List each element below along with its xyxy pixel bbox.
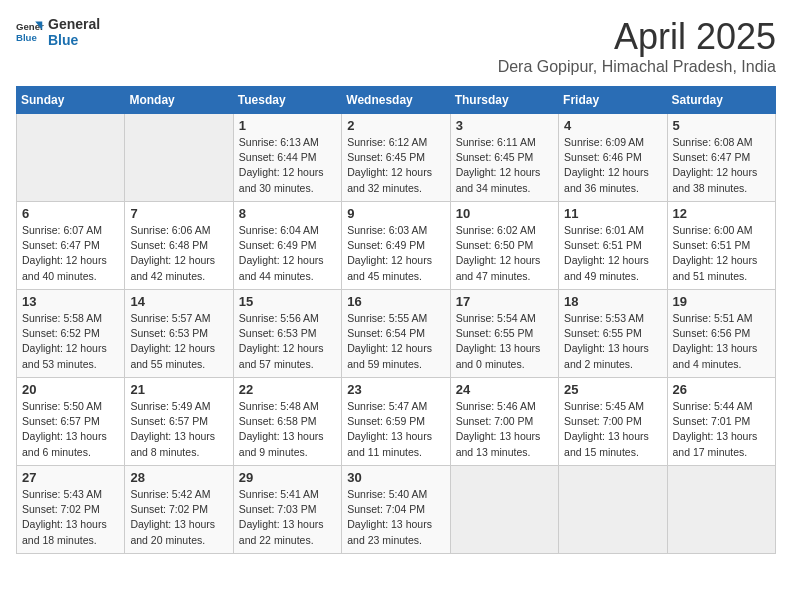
calendar-table: SundayMondayTuesdayWednesdayThursdayFrid… xyxy=(16,86,776,554)
day-number: 14 xyxy=(130,294,227,309)
header-sunday: Sunday xyxy=(17,87,125,114)
day-number: 30 xyxy=(347,470,444,485)
day-info: Sunrise: 6:11 AM Sunset: 6:45 PM Dayligh… xyxy=(456,135,553,196)
day-number: 5 xyxy=(673,118,770,133)
day-number: 2 xyxy=(347,118,444,133)
calendar-cell: 17Sunrise: 5:54 AM Sunset: 6:55 PM Dayli… xyxy=(450,290,558,378)
calendar-cell: 27Sunrise: 5:43 AM Sunset: 7:02 PM Dayli… xyxy=(17,466,125,554)
logo: General Blue General Blue xyxy=(16,16,100,48)
day-info: Sunrise: 5:42 AM Sunset: 7:02 PM Dayligh… xyxy=(130,487,227,548)
calendar-week-5: 27Sunrise: 5:43 AM Sunset: 7:02 PM Dayli… xyxy=(17,466,776,554)
day-number: 9 xyxy=(347,206,444,221)
calendar-cell: 2Sunrise: 6:12 AM Sunset: 6:45 PM Daylig… xyxy=(342,114,450,202)
calendar-cell: 28Sunrise: 5:42 AM Sunset: 7:02 PM Dayli… xyxy=(125,466,233,554)
calendar-week-1: 1Sunrise: 6:13 AM Sunset: 6:44 PM Daylig… xyxy=(17,114,776,202)
day-info: Sunrise: 5:47 AM Sunset: 6:59 PM Dayligh… xyxy=(347,399,444,460)
header-monday: Monday xyxy=(125,87,233,114)
month-title: April 2025 xyxy=(498,16,776,58)
day-info: Sunrise: 5:40 AM Sunset: 7:04 PM Dayligh… xyxy=(347,487,444,548)
header-friday: Friday xyxy=(559,87,667,114)
calendar-cell xyxy=(17,114,125,202)
day-info: Sunrise: 5:43 AM Sunset: 7:02 PM Dayligh… xyxy=(22,487,119,548)
calendar-week-3: 13Sunrise: 5:58 AM Sunset: 6:52 PM Dayli… xyxy=(17,290,776,378)
calendar-week-4: 20Sunrise: 5:50 AM Sunset: 6:57 PM Dayli… xyxy=(17,378,776,466)
day-info: Sunrise: 6:09 AM Sunset: 6:46 PM Dayligh… xyxy=(564,135,661,196)
day-number: 17 xyxy=(456,294,553,309)
calendar-cell: 10Sunrise: 6:02 AM Sunset: 6:50 PM Dayli… xyxy=(450,202,558,290)
calendar-cell: 24Sunrise: 5:46 AM Sunset: 7:00 PM Dayli… xyxy=(450,378,558,466)
day-number: 11 xyxy=(564,206,661,221)
calendar-cell: 4Sunrise: 6:09 AM Sunset: 6:46 PM Daylig… xyxy=(559,114,667,202)
day-number: 8 xyxy=(239,206,336,221)
day-info: Sunrise: 5:49 AM Sunset: 6:57 PM Dayligh… xyxy=(130,399,227,460)
day-number: 16 xyxy=(347,294,444,309)
day-number: 12 xyxy=(673,206,770,221)
day-number: 26 xyxy=(673,382,770,397)
day-number: 21 xyxy=(130,382,227,397)
day-info: Sunrise: 6:04 AM Sunset: 6:49 PM Dayligh… xyxy=(239,223,336,284)
calendar-cell: 30Sunrise: 5:40 AM Sunset: 7:04 PM Dayli… xyxy=(342,466,450,554)
day-info: Sunrise: 6:02 AM Sunset: 6:50 PM Dayligh… xyxy=(456,223,553,284)
calendar-cell xyxy=(125,114,233,202)
logo-line2: Blue xyxy=(48,32,100,48)
day-number: 13 xyxy=(22,294,119,309)
day-info: Sunrise: 6:07 AM Sunset: 6:47 PM Dayligh… xyxy=(22,223,119,284)
day-info: Sunrise: 5:44 AM Sunset: 7:01 PM Dayligh… xyxy=(673,399,770,460)
calendar-cell: 12Sunrise: 6:00 AM Sunset: 6:51 PM Dayli… xyxy=(667,202,775,290)
calendar-cell: 23Sunrise: 5:47 AM Sunset: 6:59 PM Dayli… xyxy=(342,378,450,466)
calendar-cell: 25Sunrise: 5:45 AM Sunset: 7:00 PM Dayli… xyxy=(559,378,667,466)
header-thursday: Thursday xyxy=(450,87,558,114)
day-number: 1 xyxy=(239,118,336,133)
svg-text:Blue: Blue xyxy=(16,32,37,43)
calendar-cell: 9Sunrise: 6:03 AM Sunset: 6:49 PM Daylig… xyxy=(342,202,450,290)
day-info: Sunrise: 6:03 AM Sunset: 6:49 PM Dayligh… xyxy=(347,223,444,284)
calendar-cell: 8Sunrise: 6:04 AM Sunset: 6:49 PM Daylig… xyxy=(233,202,341,290)
day-number: 23 xyxy=(347,382,444,397)
calendar-cell: 20Sunrise: 5:50 AM Sunset: 6:57 PM Dayli… xyxy=(17,378,125,466)
day-info: Sunrise: 6:00 AM Sunset: 6:51 PM Dayligh… xyxy=(673,223,770,284)
day-info: Sunrise: 6:06 AM Sunset: 6:48 PM Dayligh… xyxy=(130,223,227,284)
day-number: 15 xyxy=(239,294,336,309)
calendar-cell: 22Sunrise: 5:48 AM Sunset: 6:58 PM Dayli… xyxy=(233,378,341,466)
day-info: Sunrise: 5:46 AM Sunset: 7:00 PM Dayligh… xyxy=(456,399,553,460)
day-info: Sunrise: 5:41 AM Sunset: 7:03 PM Dayligh… xyxy=(239,487,336,548)
day-info: Sunrise: 5:48 AM Sunset: 6:58 PM Dayligh… xyxy=(239,399,336,460)
day-info: Sunrise: 6:12 AM Sunset: 6:45 PM Dayligh… xyxy=(347,135,444,196)
calendar-cell: 19Sunrise: 5:51 AM Sunset: 6:56 PM Dayli… xyxy=(667,290,775,378)
calendar-cell: 3Sunrise: 6:11 AM Sunset: 6:45 PM Daylig… xyxy=(450,114,558,202)
day-info: Sunrise: 5:45 AM Sunset: 7:00 PM Dayligh… xyxy=(564,399,661,460)
day-number: 29 xyxy=(239,470,336,485)
day-info: Sunrise: 6:13 AM Sunset: 6:44 PM Dayligh… xyxy=(239,135,336,196)
day-info: Sunrise: 5:51 AM Sunset: 6:56 PM Dayligh… xyxy=(673,311,770,372)
calendar-cell: 6Sunrise: 6:07 AM Sunset: 6:47 PM Daylig… xyxy=(17,202,125,290)
calendar-cell: 18Sunrise: 5:53 AM Sunset: 6:55 PM Dayli… xyxy=(559,290,667,378)
day-number: 20 xyxy=(22,382,119,397)
calendar-cell: 29Sunrise: 5:41 AM Sunset: 7:03 PM Dayli… xyxy=(233,466,341,554)
header-saturday: Saturday xyxy=(667,87,775,114)
calendar-cell: 11Sunrise: 6:01 AM Sunset: 6:51 PM Dayli… xyxy=(559,202,667,290)
day-number: 3 xyxy=(456,118,553,133)
calendar-cell xyxy=(450,466,558,554)
day-info: Sunrise: 6:01 AM Sunset: 6:51 PM Dayligh… xyxy=(564,223,661,284)
day-number: 22 xyxy=(239,382,336,397)
location-title: Dera Gopipur, Himachal Pradesh, India xyxy=(498,58,776,76)
day-number: 6 xyxy=(22,206,119,221)
calendar-cell: 5Sunrise: 6:08 AM Sunset: 6:47 PM Daylig… xyxy=(667,114,775,202)
calendar-cell: 15Sunrise: 5:56 AM Sunset: 6:53 PM Dayli… xyxy=(233,290,341,378)
calendar-cell xyxy=(559,466,667,554)
calendar-header-row: SundayMondayTuesdayWednesdayThursdayFrid… xyxy=(17,87,776,114)
day-info: Sunrise: 5:58 AM Sunset: 6:52 PM Dayligh… xyxy=(22,311,119,372)
day-info: Sunrise: 5:57 AM Sunset: 6:53 PM Dayligh… xyxy=(130,311,227,372)
calendar-week-2: 6Sunrise: 6:07 AM Sunset: 6:47 PM Daylig… xyxy=(17,202,776,290)
header-tuesday: Tuesday xyxy=(233,87,341,114)
calendar-cell: 26Sunrise: 5:44 AM Sunset: 7:01 PM Dayli… xyxy=(667,378,775,466)
day-info: Sunrise: 5:50 AM Sunset: 6:57 PM Dayligh… xyxy=(22,399,119,460)
day-info: Sunrise: 5:53 AM Sunset: 6:55 PM Dayligh… xyxy=(564,311,661,372)
day-number: 24 xyxy=(456,382,553,397)
day-info: Sunrise: 5:56 AM Sunset: 6:53 PM Dayligh… xyxy=(239,311,336,372)
day-number: 25 xyxy=(564,382,661,397)
day-number: 10 xyxy=(456,206,553,221)
calendar-cell: 13Sunrise: 5:58 AM Sunset: 6:52 PM Dayli… xyxy=(17,290,125,378)
day-number: 4 xyxy=(564,118,661,133)
day-number: 27 xyxy=(22,470,119,485)
